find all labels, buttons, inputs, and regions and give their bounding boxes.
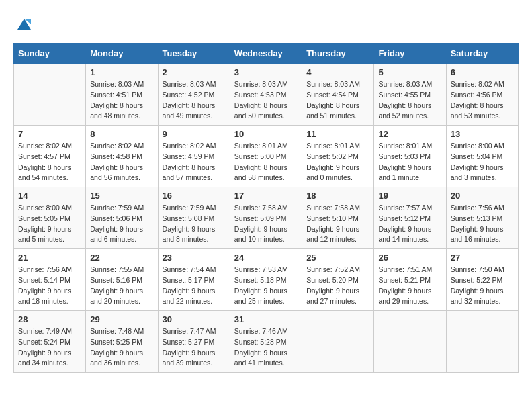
calendar-week-5: 28Sunrise: 7:49 AMSunset: 5:24 PMDayligh…	[14, 311, 519, 373]
calendar-cell: 21Sunrise: 7:56 AMSunset: 5:14 PMDayligh…	[14, 249, 86, 311]
calendar-cell: 29Sunrise: 7:48 AMSunset: 5:25 PMDayligh…	[86, 311, 158, 373]
calendar-cell: 11Sunrise: 8:01 AMSunset: 5:02 PMDayligh…	[302, 126, 374, 187]
calendar-cell: 3Sunrise: 8:03 AMSunset: 4:53 PMDaylight…	[230, 64, 302, 126]
day-number: 28	[18, 314, 81, 324]
header	[13, 13, 519, 32]
calendar-cell: 19Sunrise: 7:57 AMSunset: 5:12 PMDayligh…	[374, 187, 446, 249]
day-info: Sunrise: 7:59 AMSunset: 5:08 PMDaylight:…	[163, 203, 226, 245]
weekday-header-sunday: Sunday	[14, 44, 86, 64]
calendar-cell: 9Sunrise: 8:02 AMSunset: 4:59 PMDaylight…	[158, 126, 230, 187]
day-number: 4	[306, 67, 369, 77]
day-info: Sunrise: 7:49 AMSunset: 5:24 PMDaylight:…	[18, 326, 81, 369]
calendar-cell: 10Sunrise: 8:01 AMSunset: 5:00 PMDayligh…	[230, 126, 302, 187]
day-info: Sunrise: 8:03 AMSunset: 4:54 PMDaylight:…	[306, 79, 369, 122]
day-number: 29	[90, 314, 153, 324]
calendar-cell: 31Sunrise: 7:46 AMSunset: 5:28 PMDayligh…	[230, 311, 302, 373]
calendar-cell: 26Sunrise: 7:51 AMSunset: 5:21 PMDayligh…	[374, 249, 446, 311]
day-number: 22	[90, 253, 153, 263]
calendar-cell: 12Sunrise: 8:01 AMSunset: 5:03 PMDayligh…	[374, 126, 446, 187]
day-number: 7	[18, 129, 81, 139]
weekday-header-thursday: Thursday	[302, 44, 374, 64]
day-info: Sunrise: 7:58 AMSunset: 5:10 PMDaylight:…	[306, 203, 369, 245]
day-info: Sunrise: 7:53 AMSunset: 5:18 PMDaylight:…	[234, 265, 298, 307]
day-info: Sunrise: 8:00 AMSunset: 5:05 PMDaylight:…	[18, 203, 81, 245]
calendar-cell	[374, 311, 446, 373]
day-number: 6	[451, 67, 514, 77]
calendar-cell: 15Sunrise: 7:59 AMSunset: 5:06 PMDayligh…	[86, 187, 158, 249]
day-info: Sunrise: 7:54 AMSunset: 5:17 PMDaylight:…	[163, 265, 226, 307]
calendar-table: SundayMondayTuesdayWednesdayThursdayFrid…	[13, 43, 519, 373]
calendar-cell: 28Sunrise: 7:49 AMSunset: 5:24 PMDayligh…	[14, 311, 86, 373]
weekday-header-monday: Monday	[86, 44, 158, 64]
calendar-cell: 25Sunrise: 7:52 AMSunset: 5:20 PMDayligh…	[302, 249, 374, 311]
day-info: Sunrise: 8:00 AMSunset: 5:04 PMDaylight:…	[451, 141, 514, 183]
day-number: 16	[163, 191, 226, 201]
day-number: 12	[378, 129, 441, 139]
day-info: Sunrise: 7:46 AMSunset: 5:28 PMDaylight:…	[234, 326, 298, 369]
day-number: 17	[234, 191, 298, 201]
day-info: Sunrise: 8:03 AMSunset: 4:53 PMDaylight:…	[234, 79, 298, 122]
day-number: 21	[18, 253, 81, 263]
calendar-cell	[446, 311, 518, 373]
calendar-cell	[302, 311, 374, 373]
day-info: Sunrise: 7:52 AMSunset: 5:20 PMDaylight:…	[306, 265, 369, 307]
day-number: 2	[163, 67, 226, 77]
day-number: 3	[234, 67, 298, 77]
day-number: 10	[234, 129, 298, 139]
calendar-cell: 22Sunrise: 7:55 AMSunset: 5:16 PMDayligh…	[86, 249, 158, 311]
calendar-week-1: 1Sunrise: 8:03 AMSunset: 4:51 PMDaylight…	[14, 64, 519, 126]
calendar-cell: 7Sunrise: 8:02 AMSunset: 4:57 PMDaylight…	[14, 126, 86, 187]
calendar-cell	[14, 64, 86, 126]
weekday-header-friday: Friday	[374, 44, 446, 64]
calendar-week-2: 7Sunrise: 8:02 AMSunset: 4:57 PMDaylight…	[14, 126, 519, 187]
calendar-cell: 18Sunrise: 7:58 AMSunset: 5:10 PMDayligh…	[302, 187, 374, 249]
day-number: 19	[378, 191, 441, 201]
day-info: Sunrise: 7:55 AMSunset: 5:16 PMDaylight:…	[90, 265, 153, 307]
day-info: Sunrise: 8:03 AMSunset: 4:51 PMDaylight:…	[90, 79, 153, 122]
calendar-cell: 2Sunrise: 8:03 AMSunset: 4:52 PMDaylight…	[158, 64, 230, 126]
day-info: Sunrise: 8:01 AMSunset: 5:00 PMDaylight:…	[234, 141, 298, 183]
day-info: Sunrise: 8:02 AMSunset: 4:58 PMDaylight:…	[90, 141, 153, 183]
day-info: Sunrise: 7:47 AMSunset: 5:27 PMDaylight:…	[163, 326, 226, 369]
day-number: 14	[18, 191, 81, 201]
day-info: Sunrise: 7:58 AMSunset: 5:09 PMDaylight:…	[234, 203, 298, 245]
weekday-header-row: SundayMondayTuesdayWednesdayThursdayFrid…	[14, 44, 519, 64]
day-info: Sunrise: 7:56 AMSunset: 5:14 PMDaylight:…	[18, 265, 81, 307]
weekday-header-tuesday: Tuesday	[158, 44, 230, 64]
day-number: 26	[378, 253, 441, 263]
day-info: Sunrise: 8:01 AMSunset: 5:02 PMDaylight:…	[306, 141, 369, 183]
day-info: Sunrise: 7:56 AMSunset: 5:13 PMDaylight:…	[451, 203, 514, 245]
day-info: Sunrise: 7:57 AMSunset: 5:12 PMDaylight:…	[378, 203, 441, 245]
day-number: 18	[306, 191, 369, 201]
day-info: Sunrise: 8:01 AMSunset: 5:03 PMDaylight:…	[378, 141, 441, 183]
calendar-cell: 30Sunrise: 7:47 AMSunset: 5:27 PMDayligh…	[158, 311, 230, 373]
day-info: Sunrise: 8:02 AMSunset: 4:56 PMDaylight:…	[451, 79, 514, 122]
calendar-cell: 13Sunrise: 8:00 AMSunset: 5:04 PMDayligh…	[446, 126, 518, 187]
calendar-cell: 14Sunrise: 8:00 AMSunset: 5:05 PMDayligh…	[14, 187, 86, 249]
day-number: 24	[234, 253, 298, 263]
logo-icon	[15, 13, 34, 32]
day-number: 13	[451, 129, 514, 139]
day-number: 27	[451, 253, 514, 263]
day-number: 20	[451, 191, 514, 201]
day-info: Sunrise: 8:02 AMSunset: 4:59 PMDaylight:…	[163, 141, 226, 183]
day-info: Sunrise: 7:59 AMSunset: 5:06 PMDaylight:…	[90, 203, 153, 245]
day-number: 9	[163, 129, 226, 139]
day-info: Sunrise: 8:02 AMSunset: 4:57 PMDaylight:…	[18, 141, 81, 183]
day-number: 1	[90, 67, 153, 77]
day-info: Sunrise: 8:03 AMSunset: 4:55 PMDaylight:…	[378, 79, 441, 122]
calendar-cell: 5Sunrise: 8:03 AMSunset: 4:55 PMDaylight…	[374, 64, 446, 126]
day-number: 31	[234, 314, 298, 324]
calendar-cell: 4Sunrise: 8:03 AMSunset: 4:54 PMDaylight…	[302, 64, 374, 126]
day-number: 5	[378, 67, 441, 77]
day-info: Sunrise: 7:50 AMSunset: 5:22 PMDaylight:…	[451, 265, 514, 307]
day-number: 15	[90, 191, 153, 201]
day-number: 11	[306, 129, 369, 139]
day-number: 23	[163, 253, 226, 263]
calendar-cell: 6Sunrise: 8:02 AMSunset: 4:56 PMDaylight…	[446, 64, 518, 126]
calendar-cell: 17Sunrise: 7:58 AMSunset: 5:09 PMDayligh…	[230, 187, 302, 249]
calendar-cell: 23Sunrise: 7:54 AMSunset: 5:17 PMDayligh…	[158, 249, 230, 311]
calendar-cell: 1Sunrise: 8:03 AMSunset: 4:51 PMDaylight…	[86, 64, 158, 126]
calendar-cell: 8Sunrise: 8:02 AMSunset: 4:58 PMDaylight…	[86, 126, 158, 187]
day-info: Sunrise: 7:51 AMSunset: 5:21 PMDaylight:…	[378, 265, 441, 307]
